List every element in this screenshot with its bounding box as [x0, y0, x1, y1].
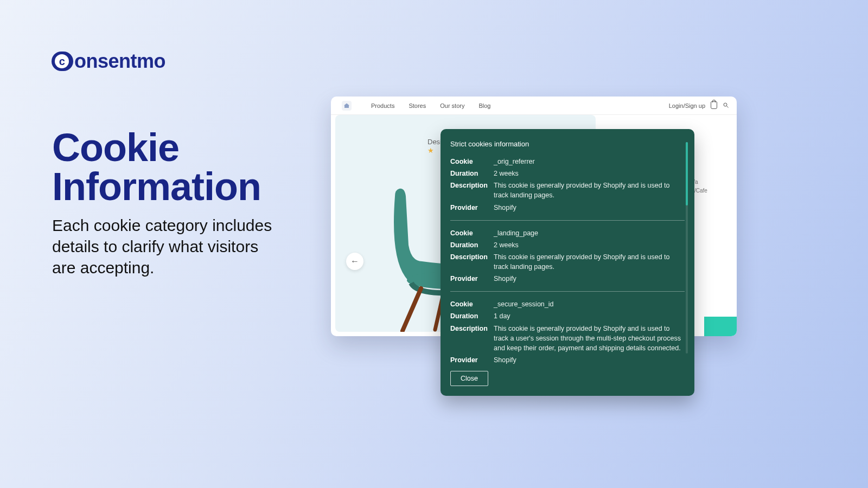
cookie-provider: Shopify [490, 274, 685, 284]
modal-title: Strict cookies information [450, 140, 685, 148]
page-title: Cookie Information [52, 128, 261, 206]
nav-stores[interactable]: Stores [409, 102, 426, 109]
modal-scrollbar-thumb[interactable] [686, 142, 688, 206]
search-icon[interactable] [723, 102, 729, 110]
label-description: Description [450, 252, 490, 272]
label-provider: Provider [450, 355, 490, 365]
cookie-provider: Shopify [490, 203, 685, 213]
cookie-name: _orig_referrer [490, 157, 685, 166]
nav-blog[interactable]: Blog [478, 102, 490, 109]
cookie-name: _secure_session_id [490, 299, 685, 309]
svg-line-5 [403, 288, 421, 331]
svg-marker-1 [344, 103, 349, 105]
cookie-duration: 2 weeks [490, 240, 685, 250]
home-icon[interactable] [342, 101, 352, 111]
label-provider: Provider [450, 274, 490, 284]
label-duration: Duration [450, 169, 490, 178]
accent-strip [704, 317, 737, 336]
cookie-name: _landing_page [490, 228, 685, 238]
cookie-description: This cookie is generally provided by Sho… [490, 181, 685, 200]
cookie-duration: 2 weeks [490, 169, 685, 178]
browser-topbar: Products Stores Our story Blog Login/Sig… [331, 97, 737, 115]
cookie-entry: Cookie_landing_page Duration2 weeks Desc… [450, 227, 685, 285]
brand-c-icon: c [55, 54, 69, 68]
svg-point-2 [724, 103, 727, 106]
browser-nav: Products Stores Our story Blog [371, 102, 490, 109]
carousel-prev-button[interactable]: ← [346, 253, 363, 270]
rating-stars-icon: ★ [427, 146, 435, 155]
page-title-line1: Cookie [52, 126, 179, 169]
label-duration: Duration [450, 311, 490, 321]
nav-products[interactable]: Products [371, 102, 394, 109]
close-button[interactable]: Close [450, 371, 488, 386]
cookie-info-modal: Strict cookies information Cookie_orig_r… [441, 129, 694, 396]
brand-logo: c onsentmo [52, 50, 165, 73]
login-link[interactable]: Login/Sign up [669, 102, 705, 109]
svg-rect-0 [344, 105, 349, 108]
page-subcopy: Each cookie category includes details to… [52, 215, 280, 278]
modal-scrollbar[interactable] [686, 142, 688, 354]
svg-line-3 [727, 106, 729, 107]
label-provider: Provider [450, 203, 490, 213]
cookie-provider: Shopify [490, 355, 685, 365]
nav-our-story[interactable]: Our story [440, 102, 464, 109]
brand-name: onsentmo [74, 50, 165, 73]
label-cookie: Cookie [450, 157, 490, 166]
label-description: Description [450, 181, 490, 200]
cookie-entry: Cookie_orig_referrer Duration2 weeks Des… [450, 156, 685, 214]
brand-mark: c [52, 52, 73, 71]
cookie-entry: Cookie_secure_session_id Duration1 day D… [450, 298, 685, 366]
label-duration: Duration [450, 240, 490, 250]
divider [450, 291, 685, 292]
bag-icon[interactable] [711, 101, 717, 109]
cookie-duration: 1 day [490, 311, 685, 321]
cookie-description: This cookie is generally provided by Sho… [490, 252, 685, 272]
label-description: Description [450, 324, 490, 353]
page-title-line2: Information [52, 165, 261, 208]
divider [450, 220, 685, 221]
label-cookie: Cookie [450, 299, 490, 309]
cookie-description: This cookie is generally provided by Sho… [490, 324, 685, 353]
label-cookie: Cookie [450, 228, 490, 238]
